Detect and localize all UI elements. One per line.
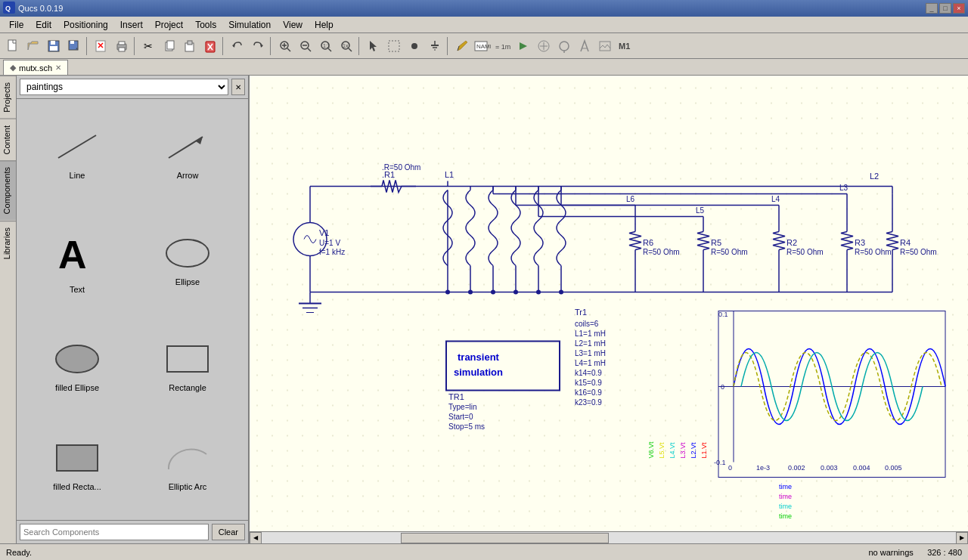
legend-l4: L4.Vt	[669, 442, 676, 459]
elliptic-arc-icon	[161, 439, 214, 479]
zoom-reset-button[interactable]: 1x	[337, 36, 356, 56]
panel-item-text[interactable]: A Text	[23, 204, 132, 317]
sidebar-item-content[interactable]: Content	[0, 119, 16, 161]
legend-l5: L5.Vt	[658, 442, 666, 459]
svg-text:A: A	[58, 233, 87, 277]
marker-button[interactable]	[575, 36, 594, 56]
node-button[interactable]	[405, 36, 424, 56]
restore-button[interactable]: □	[939, 3, 951, 14]
zoom-fit-icon: 1:1	[319, 39, 333, 53]
cut-icon: ✂	[142, 39, 156, 53]
menu-simulation[interactable]: Simulation	[222, 18, 277, 32]
scroll-left-button[interactable]: ◀	[250, 532, 262, 544]
menu-insert[interactable]: Insert	[114, 18, 149, 32]
svg-rect-17	[167, 41, 174, 49]
probe-button[interactable]	[554, 36, 574, 56]
saveas-icon: *	[67, 39, 81, 53]
r6-param: R=50 Ohm	[643, 248, 680, 256]
new-button[interactable]	[3, 36, 23, 56]
zoom-out-icon	[299, 39, 312, 53]
clear-button[interactable]: Clear	[212, 524, 245, 540]
simulate-button[interactable]	[513, 36, 533, 56]
menu-help[interactable]: Help	[309, 18, 340, 32]
panel-search: Clear	[17, 520, 248, 543]
panel-item-line[interactable]: Line	[23, 105, 132, 203]
sidebar-item-components[interactable]: Components	[0, 160, 16, 220]
zoom-fit-button[interactable]: 1:1	[316, 36, 336, 56]
redo-button[interactable]	[248, 36, 268, 56]
panel-item-ellipse[interactable]: Ellipse	[133, 204, 242, 317]
zoom-in-button[interactable]	[275, 36, 295, 56]
panel-item-filled-rectangle[interactable]: filled Recta...	[23, 416, 132, 514]
svg-rect-2	[8, 40, 16, 51]
save-button[interactable]	[44, 36, 64, 56]
open-button[interactable]	[23, 36, 43, 56]
svg-text:M1: M1	[619, 42, 630, 51]
pencil-icon	[455, 39, 469, 53]
menu-project[interactable]: Project	[149, 18, 189, 32]
pencil-button[interactable]	[452, 36, 472, 56]
toolbar: * ✂ 1:1 1x	[0, 33, 968, 59]
title-bar-left: Q Qucs 0.0.19	[3, 2, 63, 16]
m1-button[interactable]: M1	[616, 36, 635, 56]
name-button[interactable]: NAME	[473, 36, 492, 56]
menu-view[interactable]: View	[277, 18, 309, 32]
sidebar-item-projects[interactable]: Projects	[0, 76, 16, 119]
undo-button[interactable]	[228, 36, 247, 56]
ground-button[interactable]	[425, 36, 445, 56]
menu-positioning[interactable]: Positioning	[57, 18, 114, 32]
minimize-button[interactable]: _	[926, 3, 938, 14]
spice-button[interactable]	[534, 36, 554, 56]
sidebar-item-libraries[interactable]: Libraries	[0, 221, 16, 265]
panel-close-button[interactable]: ✕	[231, 79, 245, 95]
scroll-right-button[interactable]: ▶	[956, 532, 968, 544]
panel-item-rectangle[interactable]: Rectangle	[133, 318, 242, 416]
panel-item-filled-rectangle-label: filled Recta...	[53, 482, 101, 491]
undo-icon	[231, 39, 244, 53]
image-button[interactable]	[595, 36, 615, 56]
delete-button[interactable]	[200, 36, 220, 56]
r4-label: R4	[900, 238, 911, 247]
tab-close-button[interactable]: ✕	[55, 63, 61, 72]
panel-header: paintings lumped components sources tran…	[17, 76, 248, 99]
tr1-sim-label: TR1	[448, 392, 464, 401]
menu-tools[interactable]: Tools	[189, 18, 222, 32]
wire-button[interactable]	[384, 36, 404, 56]
tr1-l2: L2=1 mH	[575, 339, 606, 348]
delete-icon	[203, 39, 217, 53]
close-doc-button[interactable]	[92, 36, 111, 56]
saveas-button[interactable]: *	[64, 36, 84, 56]
tr1-coils: coils=6	[575, 320, 599, 328]
image-icon	[598, 39, 612, 53]
menu-edit[interactable]: Edit	[29, 18, 57, 32]
zoom-out-button[interactable]	[296, 36, 315, 56]
panel-item-arrow[interactable]: Arrow	[133, 105, 242, 203]
schematic-view: V1 U=1 V f=1 kHz .R1	[250, 76, 968, 531]
panel-item-filled-ellipse[interactable]: filled Ellipse	[23, 318, 132, 416]
svg-rect-7	[70, 41, 74, 44]
redo-icon	[251, 39, 265, 53]
svg-text:1:1: 1:1	[323, 43, 330, 48]
h-scroll-thumb[interactable]	[401, 533, 609, 543]
select-button[interactable]	[364, 36, 383, 56]
copy-button[interactable]	[160, 36, 179, 56]
close-button[interactable]: ×	[953, 3, 965, 14]
canvas-area[interactable]: V1 U=1 V f=1 kHz .R1	[250, 76, 968, 543]
paste-button[interactable]	[180, 36, 200, 56]
search-input[interactable]	[20, 524, 209, 540]
svg-rect-19	[188, 41, 192, 45]
paintings-dropdown[interactable]: paintings lumped components sources tran…	[20, 79, 228, 95]
print-button[interactable]	[112, 36, 132, 56]
cut-button[interactable]: ✂	[139, 36, 159, 56]
tab-mutx[interactable]: ◆ mutx.sch ✕	[3, 60, 68, 75]
title-bar: Q Qucs 0.0.19 _ □ ×	[0, 0, 968, 17]
r4-param: R=50 Ohm	[900, 248, 937, 256]
tr1-sim-stop: Stop=5 ms	[448, 422, 485, 431]
menu-file[interactable]: File	[3, 18, 29, 32]
chart-x-1e3: 1e-3	[756, 464, 770, 472]
h-scroll-track[interactable]	[262, 532, 956, 544]
value-button[interactable]: = 1m	[493, 36, 513, 56]
panel-item-elliptic-arc[interactable]: Elliptic Arc	[133, 416, 242, 514]
panel-item-line-label: Line	[70, 171, 85, 180]
v1-param1: U=1 V	[319, 239, 340, 247]
